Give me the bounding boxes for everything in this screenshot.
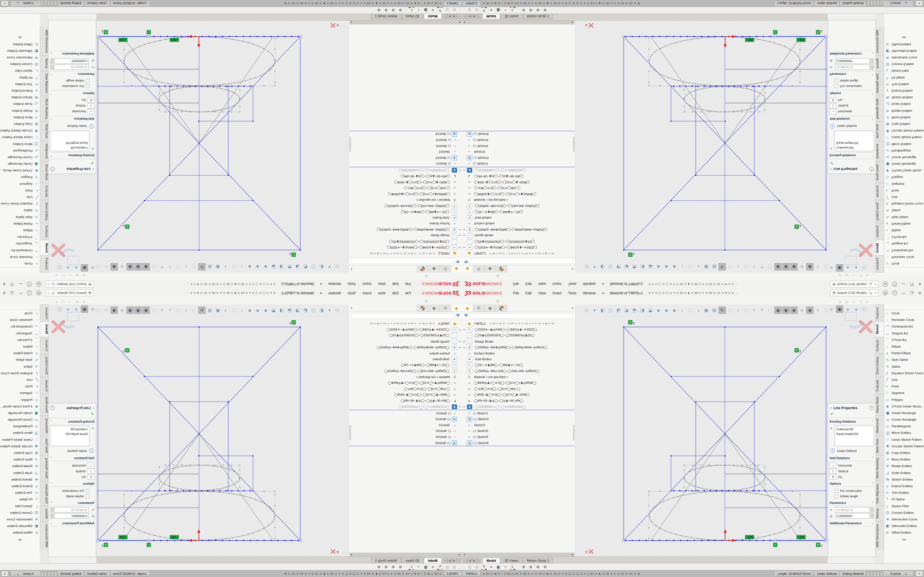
relation-badge-3a[interactable]: ✎ 3 bbox=[628, 252, 635, 256]
length-spinner[interactable]: ▲▼ bbox=[871, 64, 874, 70]
tree-item[interactable]: ◯ИN∘66∘♟◎◯∘◯◎♟∘66∘ИN◯ bbox=[462, 398, 575, 404]
tree-item[interactable]: ◯2S3ƎИNΑ∪+◯∘◯+∪ΑИN3Ǝ2S◯ bbox=[349, 404, 462, 410]
headsup-icon[interactable]: ▢ bbox=[743, 307, 750, 314]
command-tab[interactable]: Sheet Metal bbox=[40, 161, 48, 183]
tree-item[interactable]: ◯✜ИN◎♟+◯✳⊙[◯∘◯]⊙✳◯+♟◎ИN✜◯ bbox=[462, 380, 575, 386]
headsup-icon[interactable]: ↓ bbox=[679, 263, 686, 270]
scroll-thumb[interactable] bbox=[354, 553, 457, 556]
tree-item[interactable]: ◯✜Ƨ6∘♟◯✳⊙[◯∘◯]⊙✳◯♟∘6Ƨ✜◯ bbox=[462, 179, 575, 185]
headsup-icon[interactable]: ◑ bbox=[222, 307, 229, 314]
headsup-right-icon[interactable]: ● bbox=[65, 306, 71, 313]
filter-funnel-icon[interactable] bbox=[456, 260, 460, 263]
panel-help-icon[interactable]: ? bbox=[869, 167, 874, 171]
tab-nav-icon[interactable]: ▶ bbox=[447, 14, 452, 19]
sketch-ellipse-small[interactable] bbox=[159, 465, 239, 490]
command-tab[interactable]: Surfaces bbox=[876, 337, 884, 354]
headsup-icon[interactable]: ↓ bbox=[238, 263, 245, 270]
command-tab[interactable]: Features bbox=[40, 256, 48, 272]
headsup-icon[interactable]: ⬒ bbox=[631, 263, 638, 270]
tree-item[interactable]: Sketch3 bbox=[462, 149, 575, 155]
tree-item[interactable]: ◯ИN∘66∘♟◎◯∘◯◎♟∘66∘ИN◯ bbox=[349, 398, 462, 404]
headsup-icon[interactable]: ⚑ bbox=[158, 307, 166, 314]
equal-length-badge-1[interactable]: =109 bbox=[745, 38, 754, 42]
tree-horizontal-scrollbar[interactable]: ◀ ▶ bbox=[462, 553, 575, 556]
headsup-icon[interactable]: ⬓ bbox=[270, 307, 277, 314]
sketch-ellipse-small[interactable] bbox=[685, 87, 765, 112]
tab-displaymanager[interactable] bbox=[417, 305, 428, 312]
relation-badge-3b[interactable]: ✎ 3 bbox=[795, 348, 801, 353]
headsup-icon[interactable]: ◉ bbox=[142, 263, 150, 270]
tree-item[interactable]: (-) Sketch5 bbox=[462, 143, 575, 149]
tab-propertymanager[interactable]: ⎘ bbox=[439, 305, 451, 312]
units-icon[interactable]: ✎ bbox=[1, 571, 8, 577]
checkbox[interactable] bbox=[835, 79, 838, 83]
scroll-right-icon[interactable]: ▶ bbox=[349, 553, 354, 556]
expand-arrow-icon[interactable] bbox=[457, 169, 460, 172]
headsup-icon[interactable]: ◧ bbox=[318, 263, 325, 270]
tree-item[interactable]: ◯✜ИN◎♟+◯✳⊙[◯∘◯]⊙✳◯+♟◎ИN✜◯ bbox=[349, 380, 462, 386]
tree-item[interactable]: Sketch3 bbox=[462, 422, 575, 428]
headsup-right-icon[interactable]: ▣ bbox=[81, 306, 88, 313]
close-button[interactable]: ✕ bbox=[916, 282, 924, 286]
headsup-icon[interactable]: ▢ bbox=[190, 263, 197, 270]
tree-item[interactable]: ◯2S♟◎2SИ3Ǝ2S◯∘◯2S3ƎИ2S◎♟2S◯ bbox=[349, 239, 462, 245]
tree-item[interactable]: ◯✜Ƨ6∘♟◯✳⊙[◯∘◯]⊙✳◯♟∘6Ƨ✜◯ bbox=[349, 392, 462, 398]
document-tab[interactable]: Motion Study 1 bbox=[371, 13, 401, 19]
collapse-icon[interactable]: ⌃ bbox=[871, 456, 874, 460]
tree-item[interactable]: ◯2S3Ǝ✦∘♟◎ΛΑΦ◯∘◯ΦΑΛ◎♟∘✦Ǝ32S◯ bbox=[349, 245, 462, 251]
pin-icon[interactable]: ➤ bbox=[601, 282, 606, 287]
add-relation-button[interactable]: — Horizontal bbox=[50, 463, 94, 468]
expand-arrow-icon[interactable] bbox=[457, 405, 460, 408]
sketch-tool-item[interactable]: ◿ Scale Entities bbox=[0, 469, 40, 476]
headsup-icon[interactable]: ▢ bbox=[150, 307, 158, 314]
headsup-icon[interactable]: ◉ bbox=[111, 263, 118, 270]
expand-arrow-icon[interactable] bbox=[464, 169, 467, 172]
sketch-tool-item[interactable]: ◖ Partial Ellipse bbox=[884, 350, 924, 356]
relation-badge-3b[interactable]: ✎ 3 bbox=[123, 348, 129, 353]
tree-item[interactable]: TЯPDL2. ⊙ Ǝ3 ⊙ Ш ⊙ ∘ ⊙ ✜ ⊙ ƆC ⊙ Ǝ3 ⊙ ✦ ⊙… bbox=[462, 321, 575, 327]
command-tab[interactable]: Markup bbox=[876, 56, 884, 71]
filter-input[interactable] bbox=[470, 259, 573, 264]
equal-length-badge-1[interactable]: =109 bbox=[170, 535, 179, 539]
restore-button[interactable]: ❐ bbox=[908, 282, 916, 286]
sketch-tool-item[interactable]: ○ Ellipse bbox=[884, 343, 924, 350]
sketch-tool-item[interactable]: ∷ Linear Sketch Pattern bbox=[0, 134, 40, 141]
sketch-tool-item[interactable]: ≋ Intersection Curve bbox=[884, 55, 924, 61]
relation-badge-check[interactable]: ✓ bbox=[773, 30, 777, 34]
search-scope-cube-icon[interactable]: ⬒ bbox=[832, 282, 835, 286]
angle-field[interactable]: 0.00000000° bbox=[54, 513, 89, 519]
motion-toolbar-icon[interactable]: ⚙ bbox=[521, 8, 527, 13]
motion-toolbar-icon[interactable]: ▤ bbox=[444, 564, 450, 570]
sketch-tool-item[interactable]: ⊞ Copy Entities bbox=[884, 450, 924, 456]
motion-toolbar-icon[interactable]: ⚙ bbox=[391, 564, 396, 570]
headsup-icon[interactable]: ▾ bbox=[326, 263, 333, 270]
headsup-icon[interactable]: ▢ bbox=[230, 307, 237, 314]
cone-silhouette[interactable] bbox=[651, 434, 801, 540]
headsup-icon[interactable]: ■ bbox=[262, 263, 269, 270]
command-tab[interactable]: Sheet Metal bbox=[876, 161, 884, 183]
headsup-icon[interactable]: ◧ bbox=[318, 307, 325, 314]
command-tab[interactable]: Data Migration bbox=[40, 71, 48, 96]
command-tab[interactable]: Weldments bbox=[876, 141, 884, 161]
command-tab[interactable]: Sketch bbox=[40, 240, 48, 256]
tree-item[interactable]: (-) Sketch6 bbox=[462, 131, 575, 137]
command-tab[interactable]: MBD Dimensions bbox=[876, 521, 884, 550]
collapse-icon[interactable]: ⌃ bbox=[871, 92, 874, 95]
flyout-chevron-icon[interactable]: › bbox=[572, 306, 573, 310]
length-spinner[interactable]: ▲▼ bbox=[50, 507, 53, 513]
headsup-icon[interactable]: ▾ bbox=[326, 307, 333, 314]
headsup-icon[interactable]: ⚑ bbox=[758, 263, 766, 270]
collapse-icon[interactable]: ⌃ bbox=[50, 72, 53, 76]
headsup-icon[interactable]: ↓ bbox=[679, 307, 686, 314]
close-button[interactable]: ✕ bbox=[0, 282, 8, 286]
relation-badge-3a[interactable]: ✎ 3 bbox=[289, 252, 296, 256]
sketch-tool-item[interactable]: ╰ Fit Spline bbox=[0, 74, 40, 81]
tree-item[interactable]: ◯2S∙∩✳♟AM◯∘◯MA♟✳∩∙2S◯ bbox=[349, 209, 462, 215]
for-construction-option[interactable]: For construction bbox=[830, 84, 874, 89]
headsup-icon[interactable]: ◑ bbox=[695, 307, 702, 314]
angle-field[interactable]: 0.00000000° bbox=[835, 513, 870, 519]
infinite-length-option[interactable]: Infinite length bbox=[50, 493, 94, 499]
headsup-icon[interactable]: ◪ bbox=[623, 307, 630, 314]
sketch-tool-item[interactable]: ▣ Center Rectangle bbox=[884, 410, 924, 416]
command-tab[interactable]: Direct Editing bbox=[876, 200, 884, 223]
